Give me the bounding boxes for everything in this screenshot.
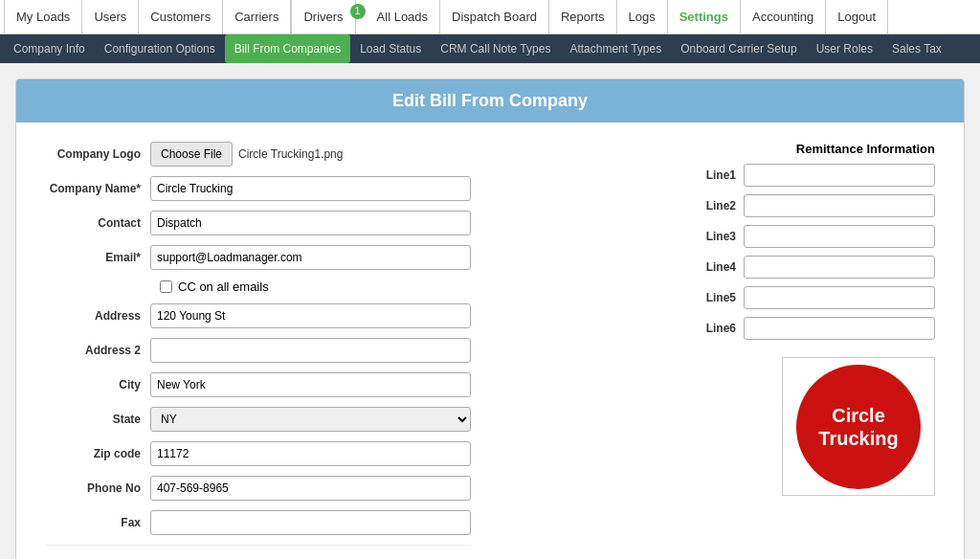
- form-title: Edit Bill From Company: [16, 79, 964, 123]
- logo-text: Circle Trucking: [818, 404, 898, 450]
- sub-navigation: Company Info Configuration Options Bill …: [0, 34, 980, 63]
- phone-row: Phone No: [45, 476, 471, 501]
- subnav-company-info[interactable]: Company Info: [4, 34, 95, 63]
- remit-line5-row: Line5: [509, 286, 935, 309]
- state-select[interactable]: NY CA TX FL: [150, 407, 471, 432]
- company-logo-label: Company Logo: [45, 147, 150, 161]
- main-content: Edit Bill From Company Company Logo Choo…: [0, 63, 980, 559]
- company-logo-row: Company Logo Choose File Circle Trucking…: [45, 142, 471, 167]
- subnav-crm-call-note-types[interactable]: CRM Call Note Types: [431, 34, 560, 63]
- form-body: Company Logo Choose File Circle Trucking…: [16, 123, 964, 559]
- cc-all-emails-checkbox[interactable]: [160, 280, 172, 293]
- nav-reports[interactable]: Reports: [549, 0, 617, 34]
- choose-file-button[interactable]: Choose File: [150, 142, 233, 167]
- nav-logs[interactable]: Logs: [617, 0, 668, 34]
- nav-logout[interactable]: Logout: [826, 0, 888, 34]
- remit-line1-input[interactable]: [744, 164, 935, 187]
- subnav-user-roles[interactable]: User Roles: [807, 34, 882, 63]
- subnav-attachment-types[interactable]: Attachment Types: [560, 34, 671, 63]
- address-input[interactable]: [150, 303, 471, 328]
- nav-dispatch-board[interactable]: Dispatch Board: [440, 0, 549, 34]
- nav-customers[interactable]: Customers: [139, 0, 223, 34]
- nav-settings[interactable]: Settings: [668, 0, 741, 34]
- nav-carriers[interactable]: Carriers: [223, 0, 291, 34]
- email-label: Email*: [45, 251, 150, 264]
- zip-input[interactable]: [150, 441, 471, 466]
- address2-input[interactable]: [150, 338, 471, 363]
- remit-line4-row: Line4: [509, 256, 935, 279]
- cc-all-emails-label: CC on all emails: [178, 280, 269, 294]
- nav-accounting[interactable]: Accounting: [741, 0, 826, 34]
- subnav-bill-from-companies[interactable]: Bill From Companies: [225, 34, 350, 63]
- nav-drivers[interactable]: Drivers: [291, 0, 355, 34]
- file-input-group: Choose File Circle Trucking1.png: [150, 142, 343, 167]
- remit-line5-input[interactable]: [744, 286, 935, 309]
- zip-label: Zip code: [45, 447, 150, 460]
- state-label: State: [45, 413, 150, 426]
- city-row: City: [45, 372, 471, 397]
- address-row: Address: [45, 303, 471, 328]
- remit-line2-label: Line2: [696, 199, 744, 212]
- address2-row: Address 2: [45, 338, 471, 363]
- cc-all-emails-row: CC on all emails: [160, 280, 471, 294]
- logo-preview: Circle Trucking: [782, 357, 935, 496]
- remit-line6-row: Line6: [509, 317, 935, 340]
- zip-row: Zip code: [45, 441, 471, 466]
- company-name-row: Company Name*: [45, 176, 471, 201]
- remit-line1-row: Line1: [509, 164, 935, 187]
- subnav-onboard-carrier-setup[interactable]: Onboard Carrier Setup: [671, 34, 806, 63]
- address2-label: Address 2: [45, 344, 150, 357]
- form-actions: Save Cancel: [45, 545, 471, 559]
- phone-label: Phone No: [45, 481, 150, 495]
- contact-label: Contact: [45, 216, 150, 230]
- company-name-label: Company Name*: [45, 182, 150, 195]
- fax-row: Fax: [45, 510, 471, 535]
- email-input[interactable]: [150, 245, 471, 270]
- drivers-badge: 1: [350, 4, 366, 19]
- remit-line6-input[interactable]: [744, 317, 935, 340]
- remit-line2-input[interactable]: [744, 194, 935, 217]
- nav-users[interactable]: Users: [82, 0, 139, 34]
- city-input[interactable]: [150, 372, 471, 397]
- remit-line4-label: Line4: [696, 260, 744, 274]
- remit-line6-label: Line6: [696, 322, 744, 335]
- contact-row: Contact: [45, 211, 471, 235]
- subnav-sales-tax[interactable]: Sales Tax: [882, 34, 951, 63]
- subnav-load-status[interactable]: Load Status: [350, 34, 431, 63]
- address-label: Address: [45, 309, 150, 323]
- logo-circle: Circle Trucking: [796, 365, 921, 489]
- state-row: State NY CA TX FL: [45, 407, 471, 432]
- remit-line4-input[interactable]: [744, 256, 935, 279]
- remit-line1-label: Line1: [696, 168, 744, 182]
- form-left-column: Company Logo Choose File Circle Trucking…: [45, 142, 471, 559]
- remit-line3-label: Line3: [696, 230, 744, 243]
- remit-line3-input[interactable]: [744, 225, 935, 248]
- contact-input[interactable]: [150, 211, 471, 235]
- remit-line2-row: Line2: [509, 194, 935, 217]
- remittance-header: Remittance Information: [509, 142, 935, 156]
- nav-all-loads[interactable]: All Loads: [366, 0, 440, 34]
- logo-line2: Trucking: [818, 427, 898, 450]
- remit-line3-row: Line3: [509, 225, 935, 248]
- remit-line5-label: Line5: [696, 291, 744, 304]
- top-navigation: My Loads Users Customers Carriers Driver…: [0, 0, 980, 34]
- fax-input[interactable]: [150, 510, 471, 535]
- phone-input[interactable]: [150, 476, 471, 501]
- form-right-column: Remittance Information Line1 Line2 Line3…: [509, 142, 935, 559]
- fax-label: Fax: [45, 516, 150, 529]
- email-row: Email*: [45, 245, 471, 270]
- file-name-display: Circle Trucking1.png: [238, 147, 343, 161]
- logo-line1: Circle: [818, 404, 898, 427]
- company-name-input[interactable]: [150, 176, 471, 201]
- city-label: City: [45, 378, 150, 391]
- nav-my-loads[interactable]: My Loads: [4, 0, 82, 34]
- subnav-configuration-options[interactable]: Configuration Options: [95, 34, 225, 63]
- edit-bill-from-company-panel: Edit Bill From Company Company Logo Choo…: [15, 78, 965, 559]
